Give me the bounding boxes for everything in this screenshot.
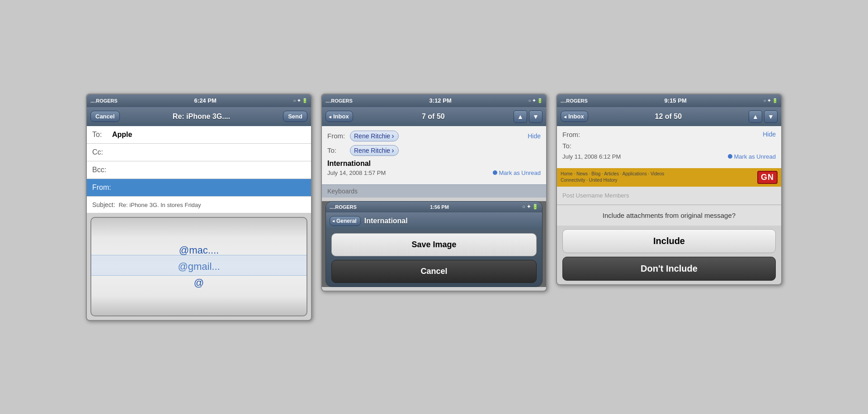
phone3-email-detail: From: Hide To: July 11, 2008 6:12 PM Mar… — [557, 126, 781, 168]
gn-banner: Home · News · Blog · Articles · Applicat… — [557, 168, 781, 187]
attachment-question-text: Include attachments from original messag… — [603, 212, 736, 219]
phone3-status-bar: ....ROGERS 9:15 PM ○ ✦ 🔋 — [557, 94, 781, 107]
popup-cancel-button[interactable]: Cancel — [331, 260, 537, 283]
phone2-email-detail: ....ROGERS 3:12 PM ○ ✦ 🔋 Inbox 7 of 50 ▲… — [321, 94, 547, 292]
popup-title: International — [364, 217, 408, 225]
popup-time: 1:56 PM — [430, 204, 449, 210]
save-image-button[interactable]: Save Image — [331, 233, 537, 256]
phone3-time: 9:15 PM — [665, 97, 687, 104]
nav-arrows: ▲ ▼ — [514, 110, 542, 123]
popup-header: General International — [326, 212, 542, 230]
gn-text: Home · News · Blog · Articles · Applicat… — [561, 171, 664, 183]
phone3-nav-bar: Inbox 12 of 50 ▲ ▼ — [557, 107, 781, 126]
phone3-counter: 12 of 50 — [588, 113, 749, 121]
phone2-carrier: ....ROGERS — [326, 98, 353, 104]
popup-back-button[interactable]: General — [330, 216, 361, 226]
phone3-prev-button[interactable]: ▲ — [749, 110, 762, 123]
keyboards-bar: Keyboards — [322, 184, 546, 198]
unread-dot — [493, 170, 497, 175]
prev-email-button[interactable]: ▲ — [514, 110, 527, 123]
to-label: To: — [327, 146, 350, 154]
to-chip[interactable]: Rene Ritchie — [350, 145, 399, 156]
email-picker[interactable]: @mac.... @gmail... @ — [90, 217, 307, 316]
email-date: July 14, 2008 1:57 PM — [327, 169, 386, 176]
to-label: To: — [92, 131, 110, 139]
phone2-status-icons: ○ ✦ 🔋 — [528, 98, 542, 103]
subject-value: Re: iPhone 3G. In stores Friday — [118, 202, 201, 208]
cancel-button[interactable]: Cancel — [90, 111, 120, 122]
blurred-content: Post Username Members — [557, 187, 781, 205]
phone3-carrier: ....ROGERS — [561, 98, 588, 104]
compose-title: Re: iPhone 3G.... — [173, 113, 230, 121]
subject-label: Subject: — [92, 201, 115, 208]
popup-status-bar: ....ROGERS 1:56 PM ○ ✦ 🔋 — [326, 202, 542, 212]
phone3-attachment: ....ROGERS 9:15 PM ○ ✦ 🔋 Inbox 12 of 50 … — [556, 94, 782, 285]
phone1-status-icons: ○ ✦ 🔋 — [293, 98, 307, 103]
phone3-mark-unread[interactable]: Mark as Unread — [728, 153, 776, 160]
email-to-row: To: Rene Ritchie — [327, 145, 541, 156]
blurred-text: Post Username Members — [562, 192, 629, 199]
phone1-time: 6:24 PM — [194, 97, 217, 104]
email-from-row: From: Rene Ritchie Hide — [327, 131, 541, 141]
subject-field[interactable]: Subject: Re: iPhone 3G. In stores Friday — [87, 197, 311, 213]
email-subject: International — [327, 160, 541, 168]
picker-item-gmail[interactable]: @gmail... — [178, 261, 220, 273]
from-field[interactable]: From: — [87, 179, 311, 197]
compose-nav-bar: Cancel Re: iPhone 3G.... Send — [87, 107, 311, 126]
phone3-from-row: From: Hide — [562, 131, 776, 138]
phone3-to-row: To: — [562, 142, 776, 150]
bcc-label: Bcc: — [92, 166, 110, 174]
phone2-time: 3:12 PM — [429, 97, 452, 104]
gn-logo: GN — [757, 171, 778, 184]
bcc-field[interactable]: Bcc: — [87, 161, 311, 179]
send-button[interactable]: Send — [283, 111, 307, 122]
popup-box: ....ROGERS 1:56 PM ○ ✦ 🔋 General Interna… — [326, 201, 542, 287]
hide-details-button[interactable]: Hide — [528, 132, 541, 140]
next-email-button[interactable]: ▼ — [529, 110, 542, 123]
cc-field[interactable]: Cc: — [87, 144, 311, 161]
phone3-hide-button[interactable]: Hide — [763, 131, 776, 138]
popup-overlay: ....ROGERS 1:56 PM ○ ✦ 🔋 General Interna… — [322, 201, 546, 287]
from-chip-value: Rene Ritchie — [354, 132, 390, 140]
from-label: From: — [327, 132, 350, 140]
dont-include-button[interactable]: Don't Include — [562, 257, 776, 281]
phone1-status-bar: ....ROGERS 6:24 PM ○ ✦ 🔋 — [87, 94, 311, 107]
inbox-back-button[interactable]: Inbox — [326, 111, 353, 122]
phone3-to-label: To: — [562, 142, 585, 150]
to-chip-value: Rene Ritchie — [354, 147, 390, 154]
mark-unread-button[interactable]: Mark as Unread — [493, 169, 541, 176]
keyboards-label: Keyboards — [327, 188, 358, 195]
attachment-question: Include attachments from original messag… — [557, 205, 781, 226]
phone3-inbox-button[interactable]: Inbox — [561, 111, 588, 122]
email-date-row: July 14, 2008 1:57 PM Mark as Unread — [327, 169, 541, 176]
phone3-unread-dot — [728, 154, 732, 159]
email-counter: 7 of 50 — [353, 113, 514, 121]
mark-unread-label: Mark as Unread — [499, 169, 541, 176]
phone3-date-row: July 11, 2008 6:12 PM Mark as Unread — [562, 153, 776, 160]
phone2-nav-bar: Inbox 7 of 50 ▲ ▼ — [322, 107, 546, 126]
phone1-compose: ....ROGERS 6:24 PM ○ ✦ 🔋 Cancel Re: iPho… — [86, 94, 312, 321]
cc-label: Cc: — [92, 148, 110, 156]
phone1-carrier: ....ROGERS — [90, 98, 118, 104]
email-detail-body: From: Rene Ritchie Hide To: Rene Ritchie… — [322, 126, 546, 184]
from-label: From: — [92, 183, 111, 192]
phone3-date: July 11, 2008 6:12 PM — [562, 153, 621, 160]
phone3-status-icons: ○ ✦ 🔋 — [763, 98, 778, 103]
include-button[interactable]: Include — [562, 229, 776, 253]
picker-item-at[interactable]: @ — [194, 277, 204, 289]
phone2-status-bar: ....ROGERS 3:12 PM ○ ✦ 🔋 — [322, 94, 546, 107]
popup-status-icons: ○ ✦ 🔋 — [522, 204, 538, 210]
to-value: Apple — [112, 131, 132, 139]
phone3-from-label: From: — [562, 131, 585, 138]
popup-carrier: ....ROGERS — [330, 204, 357, 210]
phone3-mark-unread-label: Mark as Unread — [734, 153, 776, 160]
from-chip[interactable]: Rene Ritchie — [350, 131, 399, 141]
to-field[interactable]: To: Apple — [87, 126, 311, 144]
picker-item-mac[interactable]: @mac.... — [179, 245, 219, 256]
phone3-nav-arrows: ▲ ▼ — [749, 110, 778, 123]
phone3-next-button[interactable]: ▼ — [764, 110, 778, 123]
